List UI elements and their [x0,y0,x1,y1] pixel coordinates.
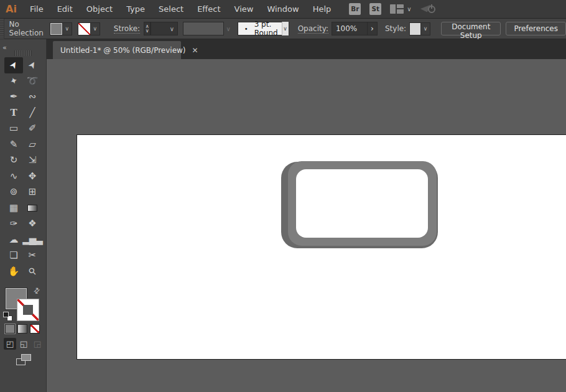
paint-style-row [0,324,47,334]
gradient-button[interactable] [17,324,27,334]
stroke-color-indicator[interactable] [17,299,39,321]
opacity-control[interactable]: 100% › [332,22,378,35]
tool-panel-header: « [0,39,46,48]
artboard[interactable] [77,134,566,360]
draw-normal-button[interactable]: ◰ [4,338,16,350]
close-tab-icon[interactable]: ✕ [192,47,198,54]
mesh-tool-icon: ▦ [9,203,18,213]
stroke-chevron-icon[interactable]: ∨ [91,22,100,35]
gpu-performance-icon[interactable] [420,3,437,16]
draw-behind-button[interactable]: ◱ [17,338,30,350]
type-tool[interactable]: T [4,105,23,121]
selection-tool[interactable]: ➤ [4,57,23,73]
opacity-label[interactable]: Opacity: [298,24,328,34]
perspective-grid-tool[interactable]: ⊞ [23,184,42,200]
fill-swatch[interactable] [50,22,63,35]
line-segment-tool-icon: ╱ [29,108,35,118]
eraser-tool[interactable]: ▱ [23,137,42,153]
symbol-sprayer-tool-icon: ☁ [9,235,19,245]
menu-edit[interactable]: Edit [50,0,80,19]
stroke-weight-stepper[interactable]: ∧ ∨ [144,22,151,35]
default-fill-stroke-icon[interactable] [3,312,12,321]
menu-object[interactable]: Object [80,0,119,19]
scale-tool[interactable]: ⇲ [23,152,42,169]
puppet-warp-tool[interactable]: ✥ [23,169,42,185]
column-graph-tool[interactable]: ▂▅▃ [23,232,42,248]
document-area: Untitled-1* @ 50% (RGB/Preview) ✕ [47,39,566,392]
menu-bar: Ai FileEditObjectTypeSelectEffectViewWin… [0,0,566,19]
slice-tool[interactable]: ✂ [23,248,42,264]
canvas[interactable] [47,59,566,392]
stroke-color-control[interactable]: ∨ [78,22,100,35]
collapse-panel-icon[interactable]: « [2,44,7,52]
menu-type[interactable]: Type [119,0,152,19]
swap-fill-stroke-icon[interactable]: ⇄ [32,285,42,296]
menu-file[interactable]: File [23,0,50,19]
slice-tool-icon: ✂ [29,251,37,260]
fill-chevron-icon[interactable]: ∨ [63,22,72,35]
document-tab[interactable]: Untitled-1* @ 50% (RGB/Preview) ✕ [53,41,181,59]
pen-tool[interactable]: ✒ [4,89,23,105]
control-bar-grip[interactable] [0,19,4,39]
stepper-down-icon[interactable]: ∨ [146,29,149,33]
stroke-weight-label[interactable]: Stroke: [114,24,140,34]
gradient-tool[interactable] [23,200,42,217]
menu-effect[interactable]: Effect [190,0,227,19]
tool-panel-grip[interactable] [14,50,32,56]
rectangle-tool[interactable]: ▭ [4,121,23,137]
pen-tool-icon: ✒ [10,92,18,101]
tab-bar: Untitled-1* @ 50% (RGB/Preview) ✕ [47,39,566,59]
hand-tool[interactable]: ✋ [4,264,23,280]
menu-help[interactable]: Help [306,0,338,19]
style-control[interactable]: ∨ [409,22,430,35]
menu-select[interactable]: Select [152,0,190,19]
stroke-weight-dropdown[interactable]: ∨ [151,22,178,35]
line-segment-tool[interactable]: ╱ [23,105,42,121]
none-button[interactable] [30,324,40,334]
chevron-down-icon: ∨ [170,26,174,32]
brush-chevron-icon[interactable]: ∨ [282,22,289,35]
blend-tool[interactable]: ❖ [23,216,42,232]
symbol-sprayer-tool[interactable]: ☁ [4,232,23,248]
lasso-tool[interactable]: ➰ [23,73,42,90]
paintbrush-tool-icon: ✐ [29,124,37,133]
stroke-none-swatch[interactable] [78,22,91,35]
artboard-tool-icon: ❏ [9,251,17,260]
profile-chevron-icon: ∨ [226,26,230,32]
blend-tool-icon: ❖ [28,219,36,228]
rectangle-tool-icon: ▭ [9,124,18,133]
workspace-switcher[interactable]: ∨ [390,4,411,14]
magic-wand-tool[interactable]: ✦ [4,73,23,90]
type-tool-icon: T [10,108,17,118]
pencil-tool[interactable]: ✎ [4,137,23,153]
screen-mode-button[interactable] [16,354,31,365]
rotate-tool[interactable]: ↻ [4,152,23,169]
menu-window[interactable]: Window [260,0,305,19]
opacity-expander-icon[interactable]: › [368,22,378,35]
chevron-down-icon: ∨ [407,6,411,12]
brush-definition-dropdown[interactable]: • 3 pt. Round ∨ [238,22,289,35]
app-logo[interactable]: Ai [0,3,23,15]
curvature-tool[interactable]: ∾ [23,89,42,105]
style-swatch[interactable] [409,22,421,35]
stock-button[interactable]: St [369,3,381,15]
key-shape-inner[interactable] [296,169,428,238]
magic-wand-tool-icon: ✦ [9,75,19,86]
width-tool[interactable]: ∿ [4,169,23,185]
opacity-input[interactable]: 100% [332,22,368,35]
artboard-tool[interactable]: ❏ [4,248,23,264]
preferences-button[interactable]: Preferences [506,22,566,35]
color-button[interactable] [5,324,15,334]
shape-builder-tool[interactable]: ⊚ [4,184,23,200]
eyedropper-tool[interactable]: ✑ [4,216,23,232]
style-chevron-icon[interactable]: ∨ [421,22,430,35]
paintbrush-tool[interactable]: ✐ [23,121,42,137]
zoom-tool-icon: ⚲ [27,266,38,277]
mesh-tool[interactable]: ▦ [4,200,23,217]
fill-color-control[interactable]: ∨ [50,22,72,35]
bridge-button[interactable]: Br [349,3,361,15]
menu-view[interactable]: View [228,0,261,19]
document-setup-button[interactable]: Document Setup [441,22,501,35]
zoom-tool[interactable]: ⚲ [23,264,42,280]
direct-selection-tool[interactable]: ➤ [23,57,42,73]
